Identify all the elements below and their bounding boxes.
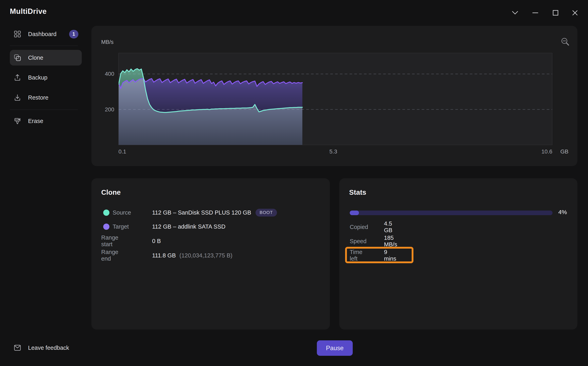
range-end-label: Range end: [101, 249, 118, 262]
sidebar-item-label: Backup: [28, 74, 47, 81]
grid-icon: [14, 31, 21, 38]
sidebar-item-label: Erase: [28, 118, 43, 124]
window-minimize-button[interactable]: [530, 8, 540, 18]
app-title: MultiDrive: [10, 7, 47, 16]
sidebar-divider: [10, 46, 78, 46]
source-label: Source: [113, 209, 131, 216]
brush-icon: [14, 118, 21, 124]
sidebar-divider: [10, 110, 78, 110]
copied-value: 4.5 GB: [384, 220, 392, 234]
speed-plot-area: [118, 53, 552, 145]
speed-area-chart: [119, 53, 552, 145]
source-dot: [103, 210, 109, 216]
stats-panel: Stats 4% Copied 4.5 GB Speed 185 MB/s Ti…: [339, 178, 577, 329]
magnifier-minus-icon: [561, 37, 570, 47]
download-icon: [14, 94, 21, 101]
range-end-bytes: (120,034,123,775 B): [179, 252, 232, 259]
y-axis-unit: MB/s: [101, 39, 114, 45]
range-end-value: 111.8 GB (120,034,123,775 B): [152, 252, 232, 259]
copied-label: Copied: [350, 224, 368, 230]
chevron-down-icon: [512, 11, 518, 15]
range-start-label: Range start: [101, 234, 118, 248]
copy-icon: [14, 54, 21, 61]
leave-feedback-label: Leave feedback: [28, 344, 69, 351]
sidebar-item-label: Clone: [28, 54, 43, 61]
time-left-highlight-annotation: [345, 247, 413, 263]
window-collapse-button[interactable]: [510, 8, 520, 18]
dashboard-count-badge: 1: [69, 30, 78, 38]
y-tick-200: 200: [95, 106, 114, 113]
x-tick-10.6: 10.6: [528, 148, 552, 155]
source-value: 112 GB – SanDisk SSD PLUS 120 GB BOOT: [152, 209, 277, 217]
pause-button[interactable]: Pause: [317, 340, 353, 356]
target-label: Target: [113, 223, 129, 230]
x-axis-unit: GB: [560, 148, 568, 155]
range-start-value: 0 B: [152, 238, 161, 244]
sidebar-item-label: Restore: [28, 94, 48, 101]
progress-percent: 4%: [549, 209, 567, 215]
target-dot: [103, 224, 109, 230]
x-tick-5.3: 5.3: [321, 148, 345, 155]
close-icon: [572, 10, 578, 16]
maximize-icon: [553, 10, 558, 16]
clone-progress-fill: [350, 211, 359, 215]
multidrive-window: MultiDrive Dashboard 1 Clone: [0, 0, 588, 366]
sidebar-item-restore[interactable]: Restore: [10, 90, 82, 105]
window-maximize-button[interactable]: [551, 8, 560, 18]
speed-label: Speed: [350, 238, 367, 244]
boot-badge: BOOT: [255, 209, 277, 217]
panel-title: Stats: [349, 188, 366, 196]
chart-zoom-out-button[interactable]: [559, 36, 571, 47]
clone-progress-bar: [350, 211, 553, 215]
sidebar-item-clone[interactable]: Clone: [10, 50, 82, 66]
speed-chart-panel: MB/s 400 200: [91, 26, 577, 166]
panel-title: Clone: [101, 188, 121, 196]
clone-details-panel: Clone Source 112 GB – SanDisk SSD PLUS 1…: [91, 178, 330, 329]
sidebar-item-label: Dashboard: [28, 31, 56, 38]
target-value: 112 GB – addlink SATA SSD: [152, 223, 225, 230]
y-tick-400: 400: [95, 70, 114, 77]
upload-icon: [14, 74, 21, 81]
leave-feedback-button[interactable]: Leave feedback: [10, 340, 82, 356]
window-close-button[interactable]: [570, 8, 580, 18]
minimize-icon: [532, 12, 538, 13]
sidebar-item-backup[interactable]: Backup: [10, 70, 82, 85]
speed-value: 185 MB/s: [384, 235, 397, 248]
x-tick-0.1: 0.1: [118, 148, 126, 155]
envelope-icon: [14, 345, 21, 351]
sidebar-item-dashboard[interactable]: Dashboard 1: [10, 26, 82, 42]
sidebar-item-erase[interactable]: Erase: [10, 113, 82, 129]
